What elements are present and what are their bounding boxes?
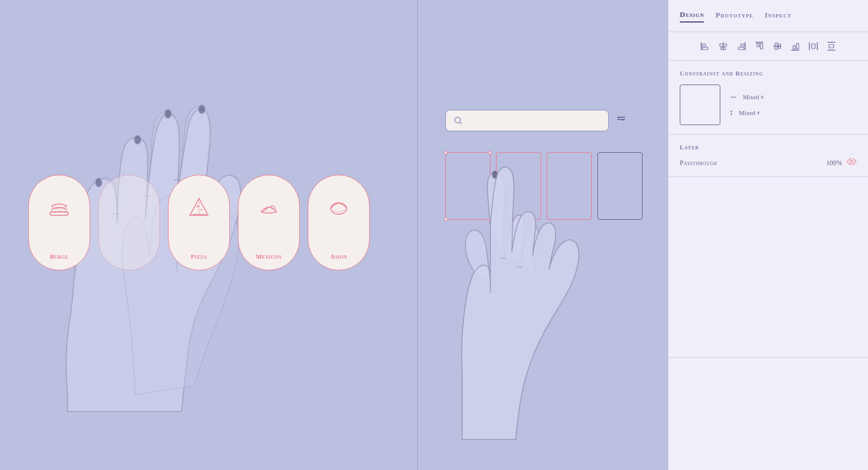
filter-icon[interactable]: [615, 114, 627, 127]
align-bottom-icon[interactable]: [790, 41, 800, 51]
pizza-icon: [185, 193, 213, 221]
svg-rect-4: [50, 212, 68, 215]
align-tools: [680, 41, 857, 51]
horizontal-arrow-icon: ↔: [729, 92, 737, 101]
constraint-box-visual: [680, 85, 720, 125]
constraints-title: Constrainst and Resizing: [680, 70, 857, 77]
constraint-controls: ↔ Mixed ∨ ↕ Mixed ∨: [729, 92, 857, 117]
opacity-value: 100%: [826, 159, 842, 167]
align-left-icon[interactable]: [700, 41, 710, 51]
svg-point-5: [197, 205, 199, 207]
svg-point-1: [134, 135, 141, 144]
svg-rect-28: [760, 43, 763, 49]
constraint-row-h: ↔ Mixed ∨: [729, 92, 857, 101]
blend-mode-label[interactable]: Passthrough: [680, 159, 717, 167]
canvas-divider: [417, 0, 418, 470]
layer-row: Passthrough 100%: [680, 158, 857, 167]
dumpling-icon: [325, 193, 353, 221]
svg-rect-37: [812, 44, 815, 48]
vertical-arrow-icon: ↕: [729, 108, 733, 117]
svg-point-9: [331, 203, 347, 214]
right-panel: Design Prototype Inspect: [668, 0, 868, 470]
constraint-row-v: ↕ Mixed ∨: [729, 108, 857, 117]
canvas-area: Burge Pizza: [0, 0, 668, 470]
burger-icon: [45, 193, 73, 221]
tab-design[interactable]: Design: [680, 10, 704, 23]
vertical-constraint-label: Mixed: [739, 109, 755, 116]
food-card-asion: Asion: [308, 175, 370, 271]
food-card-asion-label: Asion: [330, 253, 347, 260]
svg-line-11: [460, 122, 462, 125]
hand-illustration-right: [440, 158, 665, 470]
food-card-mexicon: Mexicon: [238, 175, 300, 271]
food-card-burger-label: Burge: [50, 253, 69, 260]
distribute-h-icon[interactable]: [808, 41, 818, 51]
search-input-mock: [468, 115, 600, 126]
bottom-panel-section: [668, 357, 868, 470]
layer-value-row: 100%: [826, 158, 857, 167]
chevron-down-v-icon: ∨: [756, 110, 760, 116]
chevron-down-h-icon: ∨: [760, 94, 764, 100]
horizontal-constraint-dropdown[interactable]: Mixed ∨: [743, 94, 764, 100]
tab-prototype[interactable]: Prototype: [715, 11, 753, 22]
svg-rect-27: [757, 43, 759, 47]
svg-rect-19: [702, 47, 708, 50]
search-icon: [454, 116, 463, 125]
constraints-section: Constrainst and Resizing ↔ Mixed ∨ ↕ Mix…: [668, 61, 868, 135]
vertical-constraint-dropdown[interactable]: Mixed ∨: [739, 109, 760, 116]
food-card-mexicon-label: Mexicon: [256, 253, 282, 260]
svg-rect-34: [796, 43, 799, 49]
svg-point-2: [165, 109, 171, 118]
svg-point-3: [198, 105, 205, 114]
panel-tabs: Design Prototype Inspect: [668, 0, 868, 32]
food-card-burger: Burge: [28, 175, 90, 271]
align-center-v-icon[interactable]: [772, 41, 782, 51]
svg-rect-24: [741, 44, 744, 46]
horizontal-constraint-label: Mixed: [743, 94, 759, 100]
svg-rect-18: [702, 44, 706, 46]
tab-inspect[interactable]: Inspect: [765, 11, 792, 22]
svg-rect-25: [738, 47, 744, 50]
handle-tl: [444, 151, 448, 154]
search-bar[interactable]: [445, 110, 609, 131]
food-cards-container: Burge Pizza: [28, 175, 370, 271]
distribute-v-icon[interactable]: [826, 41, 836, 51]
layer-section: Layer Passthrough 100%: [668, 135, 868, 177]
align-right-icon[interactable]: [736, 41, 746, 51]
food-card-hand: [98, 175, 160, 271]
layer-title: Layer: [680, 144, 857, 150]
search-area: [445, 110, 643, 131]
svg-point-41: [851, 161, 853, 163]
svg-point-6: [201, 209, 202, 211]
alignment-section: [668, 32, 868, 61]
eye-icon[interactable]: [847, 158, 857, 167]
taco-icon: [255, 193, 283, 221]
svg-rect-40: [829, 45, 834, 48]
food-card-pizza: Pizza: [168, 175, 230, 271]
align-top-icon[interactable]: [754, 41, 764, 51]
hand-icon: [115, 193, 143, 221]
svg-rect-33: [793, 46, 795, 49]
constraints-content: ↔ Mixed ∨ ↕ Mixed ∨: [680, 85, 857, 125]
handle-tr: [488, 151, 491, 154]
align-center-h-icon[interactable]: [718, 41, 728, 51]
food-card-pizza-label: Pizza: [191, 253, 207, 260]
